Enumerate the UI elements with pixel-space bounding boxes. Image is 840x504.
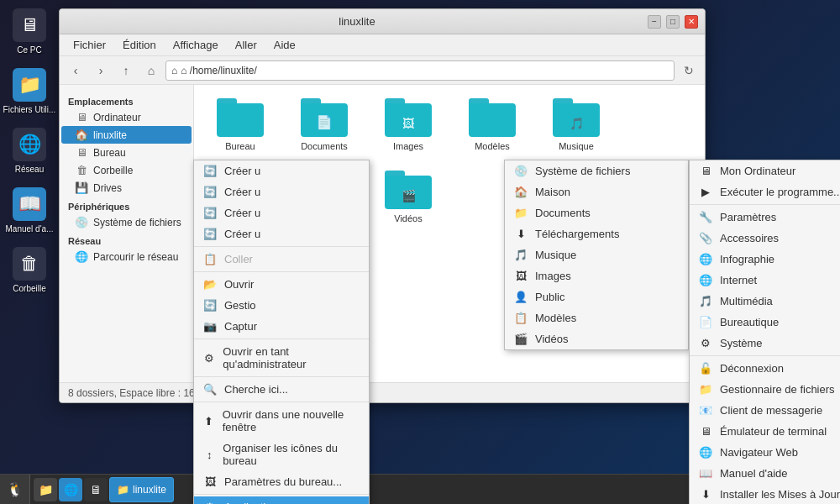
sidebar-item-linuxlite[interactable]: 🏠 linuxlite xyxy=(61,126,192,144)
start-button[interactable]: 🐧 xyxy=(0,475,30,505)
home-button[interactable]: ⌂ xyxy=(140,60,162,81)
up-button[interactable]: ↑ xyxy=(115,60,137,81)
desktop: 🖥 Ce PC 📁 Fichiers Utili... 🌐 Réseau 📖 M… xyxy=(0,0,840,504)
desktop-icon-pc[interactable]: 🖥 Ce PC xyxy=(3,8,56,55)
ctx-ouvrir[interactable]: 📂 Ouvrir xyxy=(194,274,369,295)
ctx-right-executer[interactable]: ▶ Exécuter le programme... xyxy=(690,181,840,202)
close-button[interactable]: ✕ xyxy=(685,15,698,29)
menu-affichage[interactable]: Affichage xyxy=(166,37,225,53)
browser-icon: 🌐 xyxy=(698,446,713,459)
ctx-creer-4[interactable]: 🔄 Créer u xyxy=(194,223,369,244)
ctx-applications[interactable]: ⚙ Applications ▶ xyxy=(194,496,369,504)
desktop-icon-trash[interactable]: 🗑 Corbeille xyxy=(3,247,56,294)
forward-button[interactable]: › xyxy=(90,60,112,81)
sidebar-label-linuxlite: linuxlite xyxy=(93,129,127,141)
sidebar: Emplacements 🖥 Ordinateur 🏠 linuxlite 🖥 … xyxy=(60,85,194,382)
ctx-gestion[interactable]: 🔄 Gestio xyxy=(194,295,369,316)
file-item-images[interactable]: 🖼 Images xyxy=(370,93,446,157)
taskbar-icon-terminal[interactable]: 🖥 xyxy=(84,478,108,501)
sidebar-label-drives: Drives xyxy=(93,182,122,194)
menu-bar: Fichier Édition Affichage Aller Aide xyxy=(60,34,705,56)
refresh-button[interactable]: ↻ xyxy=(678,60,700,81)
mid-music-icon: 🎵 xyxy=(513,249,528,261)
sidebar-item-ordinateur[interactable]: 🖥 Ordinateur xyxy=(61,108,192,126)
sidebar-item-drives[interactable]: 💾 Drives xyxy=(61,179,192,197)
mid-public-icon: 👤 xyxy=(513,291,528,303)
ctx-right-mon-ordinateur[interactable]: 🖥 Mon Ordinateur ▶ xyxy=(690,160,840,181)
capture-icon: 📷 xyxy=(202,320,218,333)
ctx-creer-3[interactable]: 🔄 Créer u xyxy=(194,202,369,223)
file-item-bureau[interactable]: Bureau xyxy=(202,93,278,157)
desktop-icon-manual[interactable]: 📖 Manuel d'a... xyxy=(3,187,56,234)
file-item-videos[interactable]: 🎬 Vidéos xyxy=(370,165,446,242)
desktop-icon-network[interactable]: 🌐 Réseau xyxy=(3,128,56,175)
ctx-right-browser[interactable]: 🌐 Navigateur Web xyxy=(690,442,840,463)
ctx-right-accessoires[interactable]: 📎 Accessoires ▶ xyxy=(690,228,840,249)
ctx-right-internet[interactable]: 🌐 Internet ▶ xyxy=(690,270,840,291)
ctx-mid-telechargements[interactable]: ⬇ Téléchargements xyxy=(505,223,688,244)
file-item-musique[interactable]: 🎵 Musique xyxy=(538,93,614,157)
ctx-right-messagerie[interactable]: 📧 Client de messagerie xyxy=(690,400,840,421)
taskbar-icon-files[interactable]: 📁 xyxy=(34,478,57,501)
ctx-creer-1[interactable]: 🔄 Créer u xyxy=(194,160,369,181)
ctx-right-multimedia[interactable]: 🎵 Multimédia ▶ xyxy=(690,291,840,312)
mid-images-icon: 🖼 xyxy=(513,270,528,282)
bureautique-icon: 📄 xyxy=(698,316,713,328)
ctx-right-infographie[interactable]: 🌐 Infographie ▶ xyxy=(690,249,840,270)
maximize-button[interactable]: □ xyxy=(666,15,680,29)
sidebar-item-bureau[interactable]: 🖥 Bureau xyxy=(61,144,192,161)
taskbar-active-app[interactable]: 📁 linuxlite xyxy=(109,477,174,502)
mid-maison-icon: 🏠 xyxy=(513,186,528,198)
ctx-creer-2[interactable]: 🔄 Créer u xyxy=(194,181,369,202)
ctx-right-parametres[interactable]: 🔧 Paramètres ▶ xyxy=(690,207,840,228)
messagerie-icon: 📧 xyxy=(698,404,713,417)
sidebar-item-filesystem[interactable]: 💿 Système de fichiers xyxy=(61,213,192,231)
ctx-right-updates[interactable]: ⬇ Installer les Mises à Jour xyxy=(690,484,840,504)
menu-aller[interactable]: Aller xyxy=(228,37,264,53)
gestion-icon: 🔄 xyxy=(202,299,218,312)
ctx-right-gestionnaire[interactable]: 📁 Gestionnaire de fichiers xyxy=(690,379,840,400)
ctx-mid-videos[interactable]: 🎬 Vidéos xyxy=(505,328,688,349)
ctx-right-systeme[interactable]: ⚙ Système ▶ xyxy=(690,333,840,354)
ctx-mid-documents[interactable]: 📁 Documents xyxy=(505,202,688,223)
back-button[interactable]: ‹ xyxy=(65,60,87,81)
ctx-mid-musique[interactable]: 🎵 Musique xyxy=(505,244,688,265)
ctx-search[interactable]: 🔍 Cherche ici... xyxy=(194,379,369,400)
ctx-right-manuel[interactable]: 📖 Manuel d'aide xyxy=(690,463,840,484)
file-item-modeles[interactable]: Modèles xyxy=(454,93,530,157)
address-text: ⌂ /home/linuxlite/ xyxy=(181,65,257,76)
sidebar-item-network-browse[interactable]: 🌐 Parcourir le réseau xyxy=(61,248,192,265)
manuel-icon: 📖 xyxy=(698,467,713,480)
desktop-icon-files[interactable]: 📁 Fichiers Utili... xyxy=(3,68,56,115)
menu-aide[interactable]: Aide xyxy=(267,37,302,53)
ctx-params-bureau[interactable]: 🖼 Paramètres du bureau... xyxy=(194,471,369,492)
file-item-documents[interactable]: 📄 Documents xyxy=(286,93,362,157)
mid-videos-icon: 🎬 xyxy=(513,333,528,345)
window-controls: − □ ✕ xyxy=(648,15,698,29)
ctx-admin[interactable]: ⚙ Ouvrir en tant qu'administrateur xyxy=(194,341,369,375)
taskbar-app-label: linuxlite xyxy=(133,484,166,496)
ctx-right-deconnexion[interactable]: 🔓 Déconnexion xyxy=(690,358,840,379)
create1-icon: 🔄 xyxy=(202,165,218,177)
ctx-organize[interactable]: ↕ Organiser les icônes du bureau xyxy=(194,438,369,471)
address-bar[interactable]: ⌂ ⌂ /home/linuxlite/ xyxy=(165,60,675,81)
ctx-new-window[interactable]: ⬆ Ouvrir dans une nouvelle fenêtre xyxy=(194,404,369,438)
ctx-mid-maison[interactable]: 🏠 Maison xyxy=(505,181,688,202)
executer-icon: ▶ xyxy=(698,186,713,198)
ctx-sep-1 xyxy=(194,246,369,247)
bureau-icon: 🖥 xyxy=(75,146,88,159)
sidebar-item-corbeille[interactable]: 🗑 Corbeille xyxy=(61,161,192,179)
mon-ordinateur-icon: 🖥 xyxy=(698,165,713,177)
ctx-mid-filesystem[interactable]: 💿 Système de fichiers xyxy=(505,160,688,181)
ctx-mid-images[interactable]: 🖼 Images xyxy=(505,265,688,286)
ctx-mid-public[interactable]: 👤 Public xyxy=(505,286,688,307)
taskbar-icon-browser[interactable]: 🌐 xyxy=(59,478,82,501)
menu-fichier[interactable]: Fichier xyxy=(66,37,113,53)
ctx-right-terminal[interactable]: 🖥 Émulateur de terminal xyxy=(690,421,840,442)
ctx-right-bureautique[interactable]: 📄 Bureautique ▶ xyxy=(690,312,840,333)
minimize-button[interactable]: − xyxy=(648,15,661,29)
ctx-capture[interactable]: 📷 Captur xyxy=(194,316,369,337)
ctx-mid-modeles[interactable]: 📋 Modèles xyxy=(505,307,688,328)
create3-icon: 🔄 xyxy=(202,207,218,219)
menu-edition[interactable]: Édition xyxy=(116,37,163,53)
